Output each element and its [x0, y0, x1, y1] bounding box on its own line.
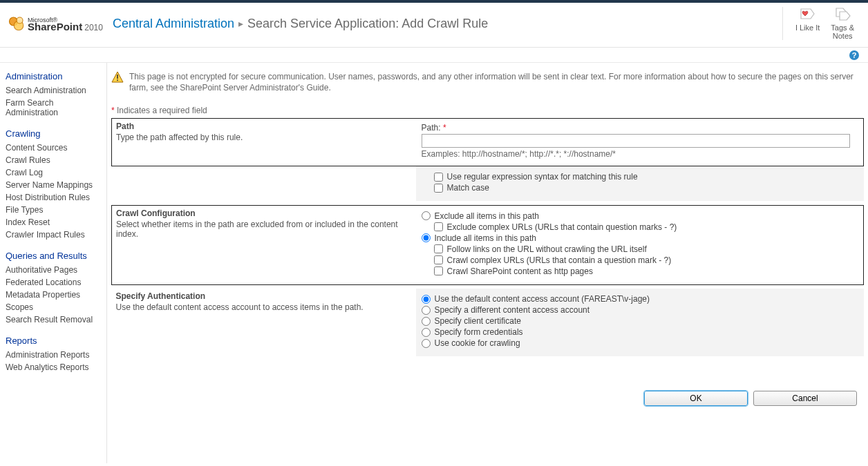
nav-link-web-analytics-reports[interactable]: Web Analytics Reports	[6, 361, 101, 373]
path-input[interactable]	[422, 134, 850, 148]
security-warning: This page is not encrypted for secure co…	[111, 70, 864, 103]
heart-tag-icon	[799, 7, 817, 22]
nav-group-reports: Reports Administration Reports Web Analy…	[6, 336, 101, 373]
auth-default-radio[interactable]	[422, 295, 431, 304]
regex-label: Use regular expression syntax for matchi…	[447, 172, 638, 182]
i-like-it-label: I Like It	[795, 23, 820, 32]
auth-different-label: Specify a different content access accou…	[435, 305, 590, 315]
exclude-radio[interactable]	[422, 211, 431, 220]
svg-point-2	[17, 17, 23, 23]
nav-link-crawler-impact-rules[interactable]: Crawler Impact Rules	[6, 229, 101, 241]
nav-link-metadata-properties[interactable]: Metadata Properties	[6, 289, 101, 301]
section-auth: Specify Authentication Use the default c…	[112, 289, 864, 356]
nav-link-federated-locations[interactable]: Federated Locations	[6, 276, 101, 289]
crawlconfig-title: Crawl Configuration	[116, 208, 409, 218]
path-section-title: Path	[116, 122, 409, 131]
logo-product-text: SharePoint	[28, 21, 82, 32]
page-header: Microsoft® SharePoint 2010 Central Admin…	[0, 3, 868, 48]
path-examples: Examples: http://hostname/*; http://*.*;…	[422, 149, 857, 159]
nav-group-crawling: Crawling Content Sources Crawl Rules Cra…	[6, 128, 101, 241]
required-note: * Indicates a required field	[111, 106, 864, 115]
crawl-sp-label: Crawl SharePoint content as http pages	[447, 266, 593, 276]
nav-link-host-distribution-rules[interactable]: Host Distribution Rules	[6, 191, 101, 204]
path-required-asterisk: *	[443, 123, 446, 133]
auth-desc: Use the default content access account t…	[116, 302, 409, 312]
include-radio[interactable]	[422, 233, 431, 242]
crawl-complex-checkbox[interactable]	[434, 255, 443, 264]
crawl-sp-checkbox[interactable]	[434, 266, 443, 275]
cancel-button[interactable]: Cancel	[753, 391, 857, 406]
nav-link-farm-search-administration[interactable]: Farm Search Administration	[6, 97, 101, 119]
logo-year-text: 2010	[84, 23, 103, 32]
nav-head-administration[interactable]: Administration	[6, 71, 101, 81]
nav-link-search-administration[interactable]: Search Administration	[6, 84, 101, 97]
nav-head-crawling[interactable]: Crawling	[6, 128, 101, 139]
nav-link-crawl-log[interactable]: Crawl Log	[6, 166, 101, 179]
exclude-complex-label: Exclude complex URLs (URLs that contain …	[447, 222, 677, 232]
breadcrumb-page: Search Service Application: Add Crawl Ru…	[247, 17, 488, 31]
section-crawl-config: Crawl Configuration Select whether items…	[112, 205, 864, 284]
nav-link-search-result-removal[interactable]: Search Result Removal	[6, 313, 101, 326]
help-row: ?	[0, 48, 868, 63]
tags-notes-label: Tags & Notes	[831, 23, 854, 40]
breadcrumb-root[interactable]: Central Administration	[113, 17, 234, 31]
auth-different-radio[interactable]	[422, 306, 431, 315]
auth-title: Specify Authentication	[116, 291, 409, 301]
form-table: Path Type the path affected by this rule…	[111, 118, 864, 356]
path-label: Path:	[422, 123, 441, 133]
auth-default-label: Use the default content access account (…	[435, 294, 650, 304]
auth-clientcert-radio[interactable]	[422, 317, 431, 326]
required-asterisk: *	[111, 106, 115, 115]
crawl-complex-label: Crawl complex URLs (URLs that contain a …	[447, 255, 672, 265]
left-nav: Administration Search Administration Far…	[0, 63, 107, 463]
include-label: Include all items in this path	[435, 233, 536, 243]
auth-formcreds-radio[interactable]	[422, 328, 431, 337]
sharepoint-logo: Microsoft® SharePoint 2010	[8, 15, 103, 32]
svg-rect-6	[117, 79, 118, 81]
exclude-complex-checkbox[interactable]	[434, 222, 443, 231]
follow-links-label: Follow links on the URL without crawling…	[447, 244, 647, 254]
ok-button[interactable]: OK	[644, 391, 748, 406]
nav-link-scopes[interactable]: Scopes	[6, 301, 101, 313]
regex-checkbox[interactable]	[434, 173, 443, 182]
svg-text:?: ?	[852, 51, 857, 59]
nav-head-reports[interactable]: Reports	[6, 336, 101, 346]
nav-group-administration: Administration Search Administration Far…	[6, 71, 101, 119]
tags-notes-button[interactable]: Tags & Notes	[825, 7, 860, 40]
main-content: This page is not encrypted for secure co…	[107, 63, 868, 463]
tags-icon	[833, 7, 851, 22]
crawlconfig-desc: Select whether items in the path are exc…	[116, 220, 409, 239]
auth-formcreds-label: Specify form credentials	[435, 327, 523, 337]
required-note-text: Indicates a required field	[117, 106, 207, 115]
auth-cookie-radio[interactable]	[422, 339, 431, 348]
breadcrumb-sep: ▸	[238, 18, 243, 29]
nav-link-authoritative-pages[interactable]: Authoritative Pages	[6, 264, 101, 276]
nav-link-index-reset[interactable]: Index Reset	[6, 216, 101, 229]
nav-head-queries[interactable]: Queries and Results	[6, 251, 101, 261]
auth-clientcert-label: Specify client certificate	[435, 316, 521, 326]
nav-link-crawl-rules[interactable]: Crawl Rules	[6, 154, 101, 166]
matchcase-label: Match case	[447, 183, 489, 193]
exclude-label: Exclude all items in this path	[435, 211, 539, 221]
matchcase-checkbox[interactable]	[434, 184, 443, 193]
nav-link-content-sources[interactable]: Content Sources	[6, 142, 101, 154]
follow-links-checkbox[interactable]	[434, 244, 443, 253]
header-actions: I Like It Tags & Notes	[782, 7, 860, 40]
auth-cookie-label: Use cookie for crawling	[435, 338, 520, 348]
body-layout: Administration Search Administration Far…	[0, 63, 868, 463]
warning-text: This page is not encrypted for secure co…	[129, 71, 864, 93]
nav-link-file-types[interactable]: File Types	[6, 204, 101, 216]
sharepoint-logo-icon	[8, 15, 25, 32]
i-like-it-button[interactable]: I Like It	[790, 7, 825, 32]
nav-link-administration-reports[interactable]: Administration Reports	[6, 349, 101, 361]
svg-rect-5	[117, 75, 118, 79]
warning-icon	[111, 71, 124, 84]
actions-row: OK Cancel	[111, 391, 864, 406]
nav-link-server-name-mappings[interactable]: Server Name Mappings	[6, 179, 101, 191]
breadcrumb: Central Administration ▸ Search Service …	[113, 17, 488, 31]
section-path: Path Type the path affected by this rule…	[112, 119, 864, 166]
nav-group-queries: Queries and Results Authoritative Pages …	[6, 251, 101, 326]
help-icon[interactable]: ?	[849, 50, 860, 61]
path-section-desc: Type the path affected by this rule.	[116, 133, 409, 142]
